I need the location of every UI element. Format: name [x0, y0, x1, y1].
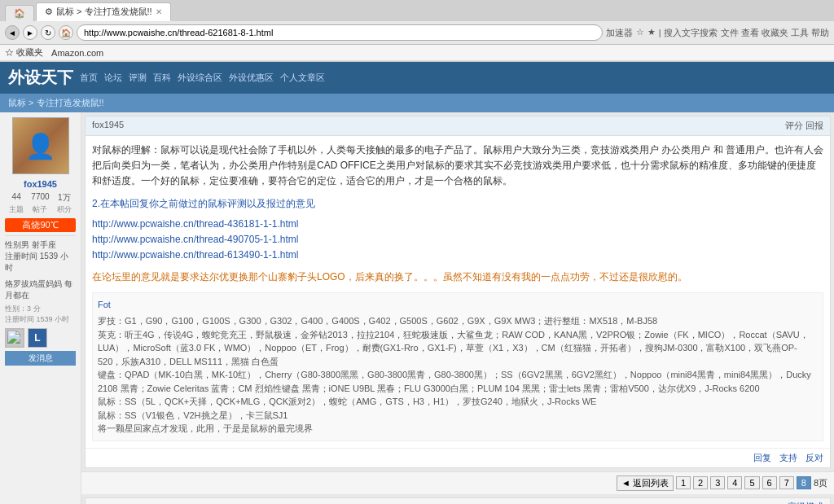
support-link[interactable]: 支持: [779, 452, 797, 464]
sidebar-icon-2[interactable]: L: [28, 328, 47, 348]
post-score-label: 评分 回报: [785, 120, 823, 132]
browser-tab-active[interactable]: ⚙ 鼠标 > 专注打造发烧鼠!! ✕: [36, 2, 171, 21]
bookmark-amazon[interactable]: Amazon.com: [51, 48, 103, 58]
user-register-time: 注册时间 1539 小时: [5, 251, 76, 274]
sidebar-icon-1[interactable]: [5, 328, 24, 348]
star-icon[interactable]: ☆: [636, 27, 644, 39]
post-detail-text: 罗技：G1，G90，G100，G100S，G300，G302，G400，G400…: [98, 314, 818, 436]
link2-anchor[interactable]: http://www.pcwaishe.cn/thread-490705-1-1…: [92, 234, 298, 245]
site-logo[interactable]: 外设天下: [8, 67, 73, 89]
post-container: fox1945 评分 回报 对鼠标的理解：鼠标可以说是现代社会除了手机以外，人类…: [85, 116, 831, 468]
tab-icon: 🏠: [14, 8, 25, 19]
user-badge: 高烧90℃: [5, 218, 76, 232]
add-tab-icon[interactable]: 加速器: [606, 27, 633, 39]
post-body: 对鼠标的理解：鼠标可以说是现代社会除了手机以外，人类每天接触的最多的电子产品了。…: [86, 136, 830, 448]
sidebar-icons: L: [5, 328, 76, 348]
post-link1[interactable]: http://www.pcwaishe.cn/thread-436181-1-1…: [92, 217, 823, 232]
page-wrap: 外设天下 首页 论坛 评测 百科 外设综合区 外设优惠区 个人文章区 鼠标 > …: [0, 62, 834, 504]
post-detail-label: Fot: [98, 298, 818, 312]
post-footer: 回复 支持 反对: [86, 448, 830, 467]
reply-count-label: 7700: [29, 192, 51, 204]
username: fox1945: [5, 179, 76, 189]
page-5-button[interactable]: 5: [744, 476, 759, 489]
prev-page-button[interactable]: ◄ 返回列表: [617, 476, 674, 491]
link1-anchor[interactable]: http://www.pcwaishe.cn/thread-436181-1-1…: [92, 218, 298, 230]
page-6-button[interactable]: 6: [762, 476, 777, 489]
search-icon[interactable]: | 搜入文字搜索: [659, 27, 718, 39]
post-detail: Fot 罗技：G1，G90，G100，G100S，G300，G302，G400，…: [92, 292, 823, 441]
reply-link[interactable]: 回复: [753, 452, 771, 464]
nav-discount[interactable]: 外设优惠区: [229, 72, 274, 84]
tab-bar: 🏠 ⚙ 鼠标 > 专注打造发烧鼠!! ✕: [0, 0, 834, 21]
avatar-image: 👤: [13, 118, 68, 173]
post-header: fox1945 评分 回报: [86, 116, 830, 136]
oppose-link[interactable]: 反对: [805, 452, 823, 464]
sidebar-score-detail: 性别：3 分注册时间 1539 小时: [5, 304, 76, 325]
page-4-button[interactable]: 4: [727, 476, 742, 489]
header-nav: 首页 论坛 评测 百科 外设综合区 外设优惠区 个人文章区: [80, 72, 325, 84]
post-comment: 在论坛里的意见就是要求达尔优更换那个山寨豹子头LOGO，后来真的换了。。。虽然不…: [92, 270, 823, 285]
browser-tab-home[interactable]: 🏠: [5, 5, 34, 21]
reply-editor: 高级模式 B I U 文 A ☺ ⊕ 🖼 ... 📎 �: [85, 497, 831, 505]
page-1-button[interactable]: 1: [676, 476, 691, 489]
page-2-button[interactable]: 2: [693, 476, 708, 489]
nav-personal[interactable]: 个人文章区: [280, 72, 325, 84]
sidebar: 👤 fox1945 44 7700 1万 主题 帖子 积分 高烧90℃ 性别男 …: [0, 112, 81, 504]
editor-mode-bar: 高级模式: [86, 498, 830, 505]
user-gender: 性别男 射手座: [5, 239, 76, 251]
sub-nav: 鼠标 > 专注打造发烧鼠!!: [0, 94, 834, 112]
star-filled-icon[interactable]: ★: [647, 27, 656, 39]
browser-actions: 加速器 ☆ ★ | 搜入文字搜索 文件 查看 收藏夹 工具 帮助: [606, 27, 829, 39]
post-section2-link[interactable]: 2.在本帖回复你之前做过的鼠标评测以及报过的意见: [92, 198, 315, 209]
sidebar-extra: 烙罗拔鸡蛋妈妈 每月都在 性别：3 分注册时间 1539 小时: [5, 278, 76, 325]
send-message-button[interactable]: 发消息: [5, 351, 76, 366]
nav-review[interactable]: 评测: [129, 72, 147, 84]
site-header: 外设天下 首页 论坛 评测 百科 外设综合区 外设优惠区 个人文章区: [0, 62, 834, 94]
post-author: fox1945: [92, 120, 124, 132]
bookmarks-bar: ☆ 收藏夹 Amazon.com: [0, 45, 834, 61]
reply-label: 帖子: [29, 204, 51, 215]
refresh-button[interactable]: ↻: [41, 25, 55, 40]
page-7-button[interactable]: 7: [779, 476, 794, 489]
sidebar-section: 性别男 射手座 注册时间 1539 小时: [5, 235, 76, 274]
header-left: 外设天下 首页 论坛 评测 百科 外设综合区 外设优惠区 个人文章区: [0, 62, 333, 94]
content-area: fox1945 评分 回报 对鼠标的理解：鼠标可以说是现代社会除了手机以外，人类…: [81, 112, 834, 504]
nav-wiki[interactable]: 百科: [153, 72, 171, 84]
page-3-button[interactable]: 3: [710, 476, 725, 489]
back-button[interactable]: ◄: [5, 25, 20, 40]
nav-peripheral[interactable]: 外设综合区: [178, 72, 222, 84]
user-stats: 44 7700 1万 主题 帖子 积分: [5, 192, 76, 215]
pagination: ◄ 返回列表 1 2 3 4 5 6 7 8 8页: [81, 471, 834, 494]
link3-anchor[interactable]: http://www.pcwaishe.cn/thread-613490-1-1…: [92, 249, 298, 261]
sidebar-mouse-label: 烙罗拔鸡蛋妈妈 每月都在: [5, 278, 76, 301]
score-label: 积分: [53, 204, 76, 215]
menu-text: 文件 查看 收藏夹 工具 帮助: [721, 27, 829, 39]
browser-chrome: 🏠 ⚙ 鼠标 > 专注打造发烧鼠!! ✕ ◄ ► ↻ 🏠 加速器 ☆ ★ | 搜…: [0, 0, 834, 62]
post-link3[interactable]: http://www.pcwaishe.cn/thread-613490-1-1…: [92, 248, 823, 263]
forward-button[interactable]: ►: [23, 25, 37, 40]
browser-toolbar: ◄ ► ↻ 🏠 加速器 ☆ ★ | 搜入文字搜索 文件 查看 收藏夹 工具 帮助: [0, 21, 834, 45]
close-icon[interactable]: ✕: [156, 7, 162, 16]
nav-forum[interactable]: 论坛: [104, 72, 122, 84]
post-section2: 2.在本帖回复你之前做过的鼠标评测以及报过的意见: [92, 196, 823, 212]
page-8-button[interactable]: 8: [797, 476, 811, 489]
sidebar-img-1: [6, 329, 24, 347]
tab-label: 鼠标 > 专注打造发烧鼠!!: [56, 6, 152, 18]
breadcrumb: 鼠标 > 专注打造发烧鼠!!: [8, 95, 104, 111]
page-total: 8页: [814, 477, 827, 489]
post-p1: 对鼠标的理解：鼠标可以说是现代社会除了手机以外，人类每天接触的最多的电子产品了。…: [92, 142, 823, 190]
home-button[interactable]: 🏠: [59, 25, 73, 40]
score-count-label: 1万: [53, 192, 76, 204]
post-count-label: 44: [5, 192, 28, 204]
tab-favicon: ⚙: [45, 7, 53, 17]
post-label: 主题: [5, 204, 28, 215]
main-container: 👤 fox1945 44 7700 1万 主题 帖子 积分 高烧90℃ 性别男 …: [0, 112, 834, 504]
nav-home[interactable]: 首页: [80, 72, 98, 84]
advanced-mode-button[interactable]: 高级模式: [788, 501, 823, 505]
avatar: 👤: [12, 117, 69, 174]
post-link2[interactable]: http://www.pcwaishe.cn/thread-490705-1-1…: [92, 232, 823, 248]
url-input[interactable]: [77, 24, 603, 41]
bookmarks-label: ☆ 收藏夹: [5, 46, 43, 59]
